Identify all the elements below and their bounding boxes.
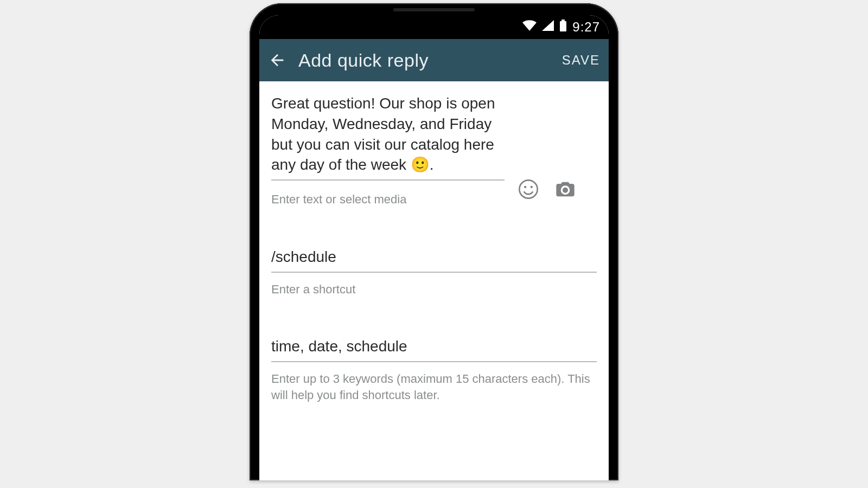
svg-point-3 [524,186,526,188]
keywords-input[interactable] [271,335,597,362]
form: Enter text or select media [259,81,609,403]
keywords-helper: Enter up to 3 keywords (maximum 15 chara… [271,371,597,403]
svg-rect-0 [560,21,566,31]
reply-message-input[interactable] [271,92,505,181]
emoji-icon[interactable] [515,176,541,202]
app-bar: Add quick reply SAVE [259,39,609,81]
save-button[interactable]: SAVE [562,53,600,68]
svg-point-4 [531,186,533,188]
status-time: 9:27 [572,20,600,35]
status-bar: 9:27 [259,15,609,39]
page-title: Add quick reply [298,50,550,71]
back-button[interactable] [268,51,286,69]
shortcut-input[interactable] [271,246,597,273]
wifi-icon [522,20,537,34]
svg-rect-1 [561,20,565,21]
phone-frame: 9:27 Add quick reply SAVE Enter text or … [250,3,618,480]
svg-point-6 [563,188,568,193]
cell-signal-icon [542,20,554,34]
shortcut-helper: Enter a shortcut [271,281,597,298]
camera-icon[interactable] [552,176,578,202]
battery-icon [559,20,567,35]
reply-message-helper: Enter text or select media [271,191,505,208]
svg-point-2 [519,180,537,198]
screen: 9:27 Add quick reply SAVE Enter text or … [259,15,609,480]
